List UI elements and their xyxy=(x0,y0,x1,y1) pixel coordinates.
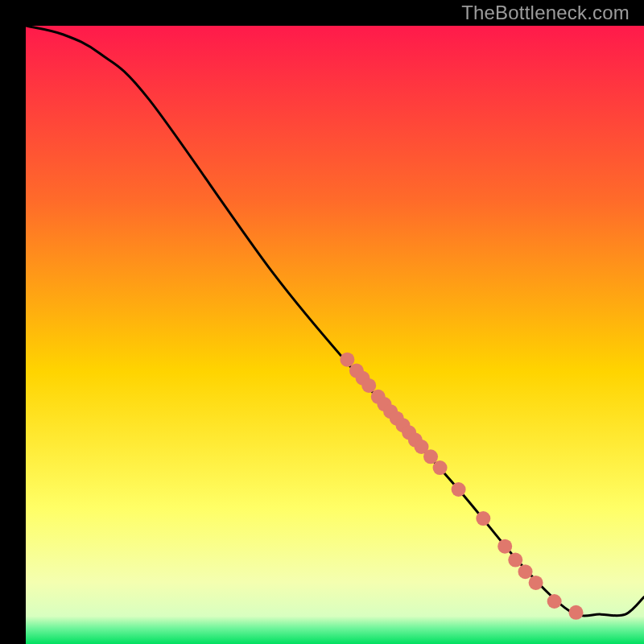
chart-frame xyxy=(13,13,631,631)
bottleneck-chart xyxy=(26,26,644,644)
data-marker xyxy=(497,539,512,554)
watermark-text: TheBottleneck.com xyxy=(461,2,630,24)
data-marker xyxy=(452,482,466,497)
gradient-background xyxy=(26,26,644,644)
data-marker xyxy=(547,594,562,609)
data-marker xyxy=(508,553,522,568)
data-marker xyxy=(340,353,354,367)
data-marker xyxy=(433,460,448,475)
data-marker xyxy=(529,576,543,590)
data-marker xyxy=(423,449,438,464)
data-marker xyxy=(518,564,533,579)
data-marker xyxy=(569,605,584,620)
data-marker xyxy=(476,511,490,526)
data-marker xyxy=(361,378,376,393)
